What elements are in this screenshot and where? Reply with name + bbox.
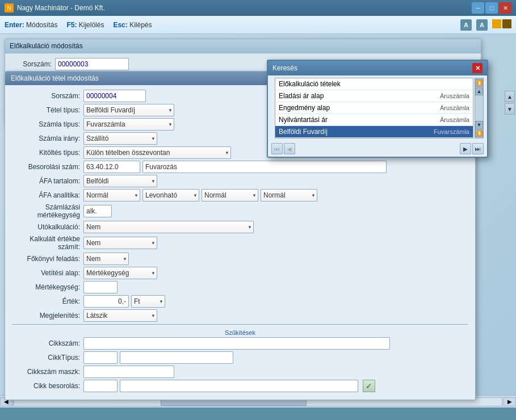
font-size-small-button[interactable]: A [460, 19, 472, 31]
vetitesi-select[interactable]: Mértékegység [83, 267, 157, 279]
kitoltes-label: Kitöltés típus: [12, 149, 80, 157]
nav-prev-button[interactable]: ◀ [284, 143, 295, 154]
window-title: Nagy Machinátor - Demó Kft. [17, 4, 105, 12]
afa-lev-select[interactable]: Levonható [142, 189, 199, 201]
scroll-right-button[interactable]: ▶ [504, 397, 516, 406]
search-item-1[interactable]: Eladási ár alap Áruszámla [275, 90, 473, 102]
szamla-tipus-select-wrapper[interactable]: Fuvarszámla [83, 118, 174, 131]
kalkult-label: Kalkulált értékbe számít: [12, 235, 80, 251]
ertek-input[interactable] [83, 295, 129, 308]
afa-norm2-select[interactable]: Normál [202, 189, 258, 201]
cikk-besorolas-input2[interactable] [120, 380, 358, 392]
kitoltes-select[interactable]: Külön tételben összevontan [83, 146, 231, 159]
toolbar-f5[interactable]: F5: Kijelölés [66, 21, 104, 29]
cikktipus-input1[interactable] [83, 351, 118, 364]
afa-norm1-select[interactable]: Normál [83, 189, 140, 201]
afa-norm3-select[interactable]: Normál [261, 189, 317, 201]
scroll-bottom-button[interactable]: ⏬ [475, 129, 483, 137]
app-icon: N [5, 3, 14, 12]
besorolasi-label: Besorolási szám: [12, 163, 80, 171]
afa-lev-select-wrapper[interactable]: Levonható [142, 189, 199, 201]
minimize-button[interactable]: ─ [472, 2, 484, 14]
right-sidebar: ▲ ▼ [505, 91, 515, 115]
search-nav: ⏮ ◀ ▶ ⏭ [268, 141, 487, 157]
afa-tartalom-select[interactable]: Belföldi [83, 175, 157, 187]
szamla-tipus-label: Számla típus: [12, 120, 80, 128]
kalkult-select-wrapper[interactable]: Nem [83, 237, 157, 249]
cikkszam-maszk-input[interactable] [83, 366, 174, 378]
search-dialog-title: Keresés [272, 64, 297, 72]
fokonyvi-select[interactable]: Nem [83, 253, 129, 265]
sorszam-label: Sorszám: [12, 60, 52, 68]
nav-last-button[interactable]: ⏭ [472, 143, 484, 154]
close-button[interactable]: ✕ [499, 2, 511, 14]
besorolasi-text-input[interactable] [142, 161, 387, 173]
search-item-2[interactable]: Engedmény alap Áruszámla [275, 102, 473, 114]
search-item-0[interactable]: Előkalkuláció tételek [275, 78, 473, 90]
search-list-container: Előkalkuláció tételek Eladási ár alap Ár… [271, 78, 484, 138]
vetitesi-select-wrapper[interactable]: Mértékegység [83, 267, 157, 279]
title-bar: N Nagy Machinátor - Demó Kft. ─ □ ✕ [0, 0, 516, 16]
szamla-tipus-select[interactable]: Fuvarszámla [83, 118, 174, 131]
outer-form-title: Előkalkuláció módosítás [5, 39, 481, 53]
afa-norm3-select-wrapper[interactable]: Normál [261, 189, 317, 201]
cikk-besorolas-label: Cikk besorolás: [12, 382, 80, 390]
megjelenites-select-wrapper[interactable]: Látszik [83, 309, 157, 322]
color-indicator-brown [502, 19, 511, 28]
search-close-button[interactable]: ✕ [472, 63, 483, 73]
afa-tartalom-label: ÁFA tartalom: [12, 177, 80, 185]
kitoltes-select-wrapper[interactable]: Külön tételben összevontan [83, 146, 231, 159]
ertek-currency-select[interactable]: Ft [131, 295, 165, 308]
afa-tartalom-select-wrapper[interactable]: Belföldi [83, 175, 157, 187]
sorszam-input[interactable] [55, 58, 129, 70]
megjelenites-select[interactable]: Látszik [83, 309, 157, 322]
toolbar-esc[interactable]: Esc: Kilépés [113, 21, 152, 29]
cikktipus-input2[interactable] [120, 351, 233, 364]
sidebar-down-button[interactable]: ▼ [505, 103, 515, 115]
toolbar: Enter: Módosítás F5: Kijelölés Esc: Kilé… [0, 16, 516, 34]
vetitesi-label: Vetítési alap: [12, 269, 80, 277]
szamla-irany-select[interactable]: Szállító [83, 132, 157, 145]
szamlazasi-input[interactable] [83, 205, 112, 217]
search-item-3[interactable]: Nyilvántartási ár Áruszámla [275, 114, 473, 126]
afa-norm1-select-wrapper[interactable]: Normál [83, 189, 140, 201]
megjelenites-label: Megjelenítés: [12, 312, 80, 320]
sidebar-up-button[interactable]: ▲ [505, 91, 515, 102]
toolbar-enter[interactable]: Enter: Módosítás [5, 21, 57, 29]
tetel-tipus-label: Tétel típus: [12, 106, 80, 114]
afa-norm2-select-wrapper[interactable]: Normál [202, 189, 258, 201]
fokonyvi-label: Főkönyvi feladás: [12, 255, 80, 263]
cikktipus-label: CikkTípus: [12, 354, 80, 362]
tetel-tipus-select[interactable]: Belföldi Fuvardíj [83, 104, 174, 116]
utokalk-select[interactable]: Nem [83, 221, 254, 233]
szukitesek-label: Szűkítések [12, 329, 468, 336]
cikkszam-maszk-label: Cikkszám maszk: [12, 368, 80, 376]
maximize-button[interactable]: □ [485, 2, 498, 14]
search-list: Előkalkuláció tételek Eladási ár alap Ár… [275, 78, 473, 138]
nav-first-button[interactable]: ⏮ [271, 143, 283, 154]
utokalk-select-wrapper[interactable]: Nem [83, 221, 254, 233]
ertek-currency-select-wrapper[interactable]: Ft [131, 295, 165, 308]
tetel-tipus-select-wrapper[interactable]: Belföldi Fuvardíj [83, 104, 174, 116]
search-item-4[interactable]: Belföldi Fuvardíj Fuvarszámla [275, 126, 473, 138]
szamla-irany-select-wrapper[interactable]: Szállító [83, 132, 157, 145]
cikkszam-input[interactable] [83, 337, 390, 350]
fokonyvi-select-wrapper[interactable]: Nem [83, 253, 129, 265]
mertekegyseg-input[interactable] [83, 281, 118, 293]
inner-sorszam-input[interactable] [83, 90, 146, 102]
restrictions-section: Szűkítések Cikkszám: CikkTípus: Cikkszá [12, 324, 468, 392]
main-area: Előkalkuláció módosítás Sorszám: Név: Ér… [0, 34, 516, 408]
cikk-besorolas-input1[interactable] [83, 380, 118, 392]
scroll-up-button[interactable]: ▲ [475, 87, 483, 95]
confirm-button[interactable]: ✓ [363, 380, 375, 392]
mertekegyseg-label: Mértékegység: [12, 283, 80, 291]
font-size-large-button[interactable]: A [476, 19, 488, 31]
scroll-top-button[interactable]: ⏫ [475, 79, 483, 87]
kalkult-select[interactable]: Nem [83, 237, 157, 249]
nav-next-button[interactable]: ▶ [460, 143, 471, 154]
scroll-down-button[interactable]: ▼ [475, 121, 483, 129]
besorolasi-input[interactable] [83, 161, 140, 173]
search-dialog: Keresés ✕ Előkalkuláció tételek Eladási … [267, 60, 488, 158]
search-dialog-header: Keresés ✕ [268, 61, 487, 75]
color-indicator-orange [492, 19, 501, 28]
